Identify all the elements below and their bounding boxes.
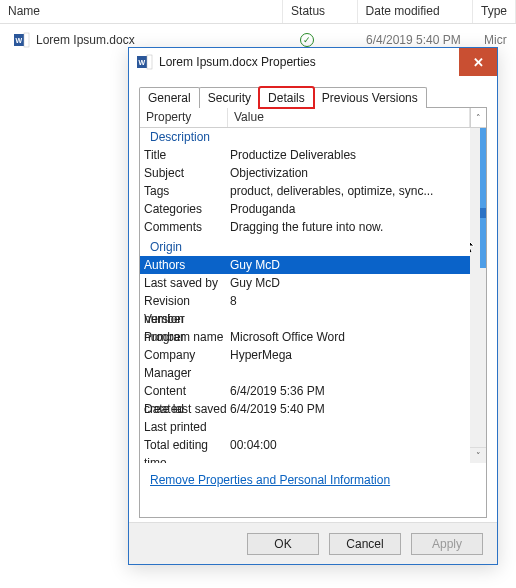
remove-properties-link-area: Remove Properties and Personal Informati… [150, 473, 476, 487]
tab-details[interactable]: Details [259, 87, 314, 108]
status-synced-icon: ✓ [300, 33, 314, 47]
close-button[interactable]: ✕ [459, 48, 497, 76]
cancel-button[interactable]: Cancel [329, 533, 401, 555]
grid-header-property[interactable]: Property [140, 108, 228, 127]
column-header-type[interactable]: Type [473, 0, 516, 23]
prop-categories[interactable]: CategoriesProduganda [140, 200, 470, 218]
mouse-cursor-icon [470, 236, 476, 254]
vertical-scrollbar[interactable]: ˅ [470, 128, 486, 463]
scroll-up-button[interactable]: ˄ [470, 108, 486, 127]
column-header-status[interactable]: Status [283, 0, 358, 23]
prop-version-number[interactable]: Version number [140, 310, 470, 328]
group-description: Description [140, 128, 470, 146]
apply-button[interactable]: Apply [411, 533, 483, 555]
scroll-down-button[interactable]: ˅ [470, 447, 486, 463]
file-status: ✓ [290, 33, 366, 47]
word-document-icon: W [14, 32, 30, 48]
ok-button[interactable]: OK [247, 533, 319, 555]
file-type: Micr [484, 33, 516, 47]
prop-title[interactable]: TitleProductize Deliverables [140, 146, 470, 164]
prop-company[interactable]: CompanyHyperMega [140, 346, 470, 364]
svg-rect-1 [24, 33, 29, 47]
svg-rect-4 [147, 55, 152, 69]
prop-revision-number[interactable]: Revision number8 [140, 292, 470, 310]
close-icon: ✕ [473, 55, 484, 70]
prop-content-created[interactable]: Content created6/4/2019 5:36 PM [140, 382, 470, 400]
file-list-header: Name Status Date modified Type [0, 0, 516, 24]
titlebar[interactable]: W Lorem Ipsum.docx Properties ✕ [129, 48, 497, 76]
column-header-date[interactable]: Date modified [358, 0, 473, 23]
file-date: 6/4/2019 5:40 PM [366, 33, 484, 47]
properties-dialog: W Lorem Ipsum.docx Properties ✕ General … [128, 47, 498, 565]
prop-subject[interactable]: SubjectObjectivization [140, 164, 470, 182]
grid-header: Property Value ˄ [140, 108, 486, 128]
chevron-down-icon: ˅ [476, 451, 481, 461]
dialog-title: Lorem Ipsum.docx Properties [159, 55, 316, 69]
svg-text:W: W [139, 59, 146, 66]
prop-last-saved-by[interactable]: Last saved byGuy McD [140, 274, 470, 292]
property-grid: Description TitleProductize Deliverables… [140, 128, 470, 463]
chevron-up-icon: ˄ [476, 113, 481, 123]
scrollbar-track [480, 128, 486, 268]
prop-program-name[interactable]: Program nameMicrosoft Office Word [140, 328, 470, 346]
column-header-name[interactable]: Name [0, 0, 283, 23]
details-panel: Property Value ˄ Description TitleProduc… [139, 108, 487, 518]
prop-date-last-saved[interactable]: Date last saved6/4/2019 5:40 PM [140, 400, 470, 418]
prop-tags[interactable]: Tagsproduct, deliverables, optimize, syn… [140, 182, 470, 200]
dialog-button-row: OK Cancel Apply [129, 522, 497, 564]
prop-authors[interactable]: AuthorsGuy McD [140, 256, 470, 274]
tab-general[interactable]: General [139, 87, 200, 108]
prop-total-editing-time[interactable]: Total editing time00:04:00 [140, 436, 470, 454]
word-document-icon: W [137, 54, 153, 70]
remove-properties-link[interactable]: Remove Properties and Personal Informati… [150, 473, 390, 487]
prop-manager[interactable]: Manager [140, 364, 470, 382]
file-name: Lorem Ipsum.docx [36, 33, 290, 47]
svg-text:W: W [16, 37, 23, 44]
grid-header-value[interactable]: Value [228, 108, 470, 127]
group-origin: Origin [140, 238, 470, 256]
tab-row: General Security Details Previous Versio… [139, 86, 487, 108]
tab-previous-versions[interactable]: Previous Versions [313, 87, 427, 108]
prop-comments[interactable]: CommentsDragging the future into now. [140, 218, 470, 236]
prop-last-printed[interactable]: Last printed [140, 418, 470, 436]
scrollbar-thumb[interactable] [480, 208, 486, 218]
tab-security[interactable]: Security [199, 87, 260, 108]
